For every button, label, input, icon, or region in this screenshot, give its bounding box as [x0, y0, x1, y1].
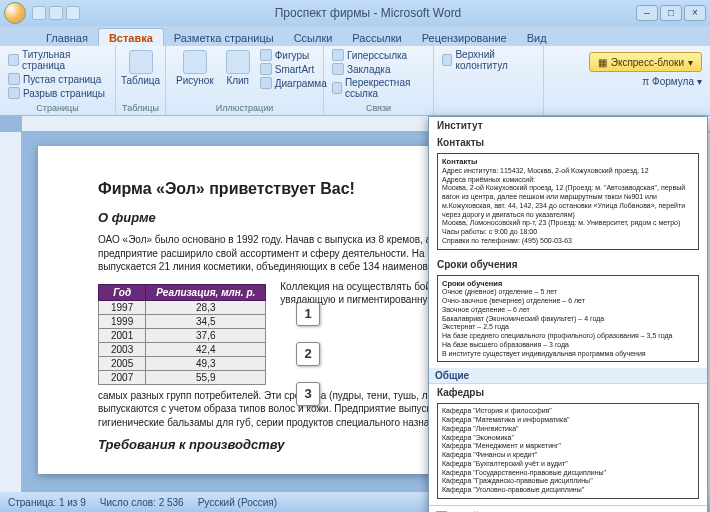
tab-references[interactable]: Ссылки	[284, 29, 343, 46]
data-table: ГодРеализация, млн. р. 199728,3 199934,5…	[98, 284, 266, 385]
language-indicator[interactable]: Русский (Россия)	[198, 497, 277, 508]
page-indicator[interactable]: Страница: 1 из 9	[8, 497, 86, 508]
link-icon	[332, 49, 344, 61]
clip-icon	[226, 50, 250, 74]
shapes-button[interactable]: Фигуры	[258, 48, 329, 62]
callout-3: 3	[296, 382, 320, 406]
save-icon[interactable]	[32, 6, 46, 20]
table-row: 200342,4	[99, 342, 266, 356]
smartart-button[interactable]: SmartArt	[258, 62, 329, 76]
table-row: 200549,3	[99, 356, 266, 370]
chart-icon	[260, 77, 272, 89]
chart-button[interactable]: Диаграмма	[258, 76, 329, 90]
table-row: 199728,3	[99, 300, 266, 314]
tab-insert[interactable]: Вставка	[98, 28, 164, 46]
tab-view[interactable]: Вид	[517, 29, 557, 46]
gallery-item[interactable]: Контакты	[429, 134, 707, 151]
maximize-button[interactable]: □	[660, 5, 682, 21]
hyperlink-button[interactable]: Гиперссылка	[330, 48, 427, 62]
equation-button[interactable]: π Формула ▾	[642, 76, 702, 87]
shapes-icon	[260, 49, 272, 61]
cover-page-button[interactable]: Титульная страница	[6, 48, 109, 72]
bookmark-button[interactable]: Закладка	[330, 62, 427, 76]
minimize-button[interactable]: –	[636, 5, 658, 21]
clip-button[interactable]: Клип	[222, 48, 254, 88]
break-icon	[8, 87, 20, 99]
blocks-icon: ▦	[598, 57, 607, 68]
header-button[interactable]: Верхний колонтитул	[440, 48, 537, 72]
page-icon	[8, 54, 19, 66]
menu-document-property[interactable]: Свойство документа ▸	[429, 508, 707, 512]
close-button[interactable]: ×	[684, 5, 706, 21]
quick-parts-gallery: Институт Контакты КонтактыАдрес институт…	[428, 116, 708, 512]
header-icon	[442, 54, 452, 66]
page-break-button[interactable]: Разрыв страницы	[6, 86, 109, 100]
undo-icon[interactable]	[49, 6, 63, 20]
word-count[interactable]: Число слов: 2 536	[100, 497, 184, 508]
quick-access-toolbar	[32, 6, 80, 20]
gallery-section: Общие	[429, 368, 707, 384]
picture-button[interactable]: Рисунок	[172, 48, 218, 88]
table-button[interactable]: Таблица	[122, 48, 159, 88]
bookmark-icon	[332, 63, 344, 75]
vertical-ruler[interactable]	[0, 132, 22, 492]
redo-icon[interactable]	[66, 6, 80, 20]
callout-1: 1	[296, 302, 320, 326]
gallery-menu: Свойство документа ▸ Поле... Организатор…	[429, 505, 707, 512]
callout-2: 2	[296, 342, 320, 366]
blank-page-button[interactable]: Пустая страница	[6, 72, 109, 86]
crossref-button[interactable]: Перекрестная ссылка	[330, 76, 427, 100]
window-title: Проспект фирмы - Microsoft Word	[100, 6, 636, 20]
office-button[interactable]	[4, 2, 26, 24]
quick-parts-button[interactable]: ▦ Экспресс-блоки▾	[589, 52, 702, 72]
gallery-preview[interactable]: Сроки обученияОчное (дневное) отделение …	[437, 275, 699, 363]
tab-home[interactable]: Главная	[36, 29, 98, 46]
picture-icon	[183, 50, 207, 74]
ribbon-tabs: Главная Вставка Разметка страницы Ссылки…	[0, 26, 710, 46]
page-icon	[8, 73, 20, 85]
title-bar: Проспект фирмы - Microsoft Word – □ ×	[0, 0, 710, 26]
table-row: 199934,5	[99, 314, 266, 328]
gallery-item[interactable]: Кафедры	[429, 384, 707, 401]
crossref-icon	[332, 82, 342, 94]
tab-review[interactable]: Рецензирование	[412, 29, 517, 46]
tab-mailings[interactable]: Рассылки	[342, 29, 411, 46]
gallery-preview[interactable]: КонтактыАдрес института: 115432, Москва,…	[437, 153, 699, 250]
table-icon	[129, 50, 153, 74]
ribbon: Титульная страница Пустая страница Разры…	[0, 46, 710, 116]
table-row: 200755,9	[99, 370, 266, 384]
smartart-icon	[260, 63, 272, 75]
tab-layout[interactable]: Разметка страницы	[164, 29, 284, 46]
table-row: 200137,6	[99, 328, 266, 342]
chevron-down-icon: ▾	[688, 57, 693, 68]
gallery-item[interactable]: Институт	[429, 117, 707, 134]
gallery-preview[interactable]: Кафедра "История и философия" Кафедра "М…	[437, 403, 699, 499]
gallery-item[interactable]: Сроки обучения	[429, 256, 707, 273]
